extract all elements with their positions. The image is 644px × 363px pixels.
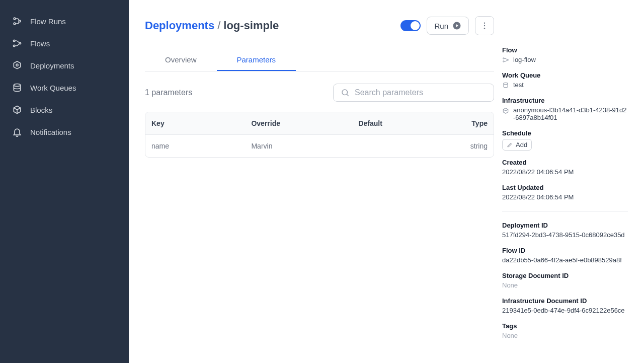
details-label: Storage Document ID [502,272,628,279]
sidebar-item-label: Notifications [30,128,71,136]
details-value: None [502,332,628,339]
add-label: Add [516,141,527,149]
details-label: Schedule [502,129,628,137]
details-infra-doc: Infrastructure Document ID 219341e5-0edb… [502,297,628,314]
search-input[interactable] [355,88,487,97]
details-value: 517fd294-2bd3-4738-9515-0c68092ce35d [502,231,628,239]
details-tags: Tags None [502,322,628,339]
details-value: 219341e5-0edb-474e-9df4-6c92122e56ce [502,307,628,314]
work-queue-link[interactable]: test [513,81,524,89]
breadcrumb-current: log-simple [223,19,279,32]
flow-runs-icon [12,16,22,26]
details-label: Created [502,159,628,166]
tab-overview[interactable]: Overview [145,49,217,71]
content: Deployments / log-simple Run [145,16,494,347]
flow-name-link[interactable]: log-flow [513,56,536,63]
add-schedule-button[interactable]: Add [502,139,532,151]
svg-point-12 [342,90,348,95]
details-label: Last Updated [502,184,628,191]
details-label: Tags [502,322,628,330]
sidebar-item-deployments[interactable]: Deployments [0,54,129,77]
details-panel: Flow log-flow Work Queue test Infrastruc… [502,16,628,347]
more-menu-button[interactable] [475,16,494,35]
details-label: Deployment ID [502,222,628,229]
details-label: Infrastructure [502,97,628,104]
details-infrastructure: Infrastructure anonymous-f3b14a41-d3b1-4… [502,97,628,121]
run-button[interactable]: Run [427,17,469,35]
pencil-icon [507,142,513,148]
param-count: 1 parameters [145,88,192,97]
details-value-row: test [502,81,628,89]
details-label: Infrastructure Document ID [502,297,628,305]
breadcrumb: Deployments / log-simple [145,19,279,32]
deployments-icon [12,60,22,70]
flows-icon [12,38,22,48]
details-value: None [502,281,628,289]
sidebar-item-flow-runs[interactable]: Flow Runs [0,10,129,32]
cube-icon [502,107,509,114]
svg-point-10 [484,25,485,26]
play-circle-icon [452,21,461,30]
details-label: Flow ID [502,247,628,254]
details-value: 2022/08/22 04:06:54 PM [502,168,628,176]
tab-parameters[interactable]: Parameters [217,49,296,71]
divider [502,211,628,211]
details-work-queue: Work Queue test [502,71,628,89]
svg-point-9 [484,23,485,24]
flow-icon [502,56,509,63]
details-flow-id: Flow ID da22db55-0a66-4f2a-ae5f-e0b89852… [502,247,628,264]
svg-point-7 [14,84,20,87]
blocks-icon [12,105,22,115]
td-default [352,135,437,157]
infrastructure-link[interactable]: anonymous-f3b14a41-d3b1-4238-91d2-6897a8… [513,106,628,121]
table-row: name Marvin string [145,135,494,157]
run-label: Run [434,22,448,30]
th-default: Default [352,112,437,134]
sidebar-item-label: Blocks [30,106,52,114]
breadcrumb-parent[interactable]: Deployments [145,19,214,32]
page-header: Deployments / log-simple Run [145,16,494,35]
more-vertical-icon [480,21,489,30]
sidebar-item-flows[interactable]: Flows [0,32,129,54]
svg-point-5 [19,42,21,44]
svg-point-2 [19,20,21,22]
details-storage-doc: Storage Document ID None [502,272,628,289]
details-label: Flow [502,46,628,54]
details-value: 2022/08/22 04:06:54 PM [502,193,628,201]
details-value: da22db55-0a66-4f2a-ae5f-e0b898529a8f [502,256,628,264]
bell-icon [12,127,22,137]
details-value-row: log-flow [502,56,628,63]
sidebar-item-label: Deployments [30,61,74,70]
enabled-toggle[interactable] [400,20,421,31]
svg-point-14 [503,60,504,61]
details-value-row: anonymous-f3b14a41-d3b1-4238-91d2-6897a8… [502,106,628,121]
details-schedule: Schedule Add [502,129,628,151]
svg-point-15 [507,59,508,60]
sidebar-item-notifications[interactable]: Notifications [0,121,129,143]
td-key: name [145,135,245,157]
tabs: Overview Parameters [145,49,494,71]
svg-point-0 [14,18,16,20]
search-box[interactable] [333,84,494,102]
svg-point-1 [14,23,16,25]
th-override: Override [245,112,352,134]
main: Deployments / log-simple Run [129,0,644,363]
sidebar-item-work-queues[interactable]: Work Queues [0,77,129,99]
filter-row: 1 parameters [145,84,494,102]
breadcrumb-sep: / [217,19,220,32]
td-type: string [438,135,494,157]
sidebar-item-blocks[interactable]: Blocks [0,99,129,121]
details-flow: Flow log-flow [502,46,628,63]
sidebar-item-label: Flow Runs [30,17,66,26]
details-created: Created 2022/08/22 04:06:54 PM [502,159,628,176]
parameters-table: Key Override Default Type name Marvin st… [145,112,494,158]
svg-point-16 [504,83,508,85]
sidebar-item-label: Work Queues [30,84,76,92]
details-label: Work Queue [502,71,628,79]
work-queues-icon [12,83,22,93]
svg-point-6 [16,64,18,66]
queue-icon [502,82,509,89]
svg-point-13 [503,57,504,58]
th-key: Key [145,112,245,134]
search-icon [341,88,350,97]
